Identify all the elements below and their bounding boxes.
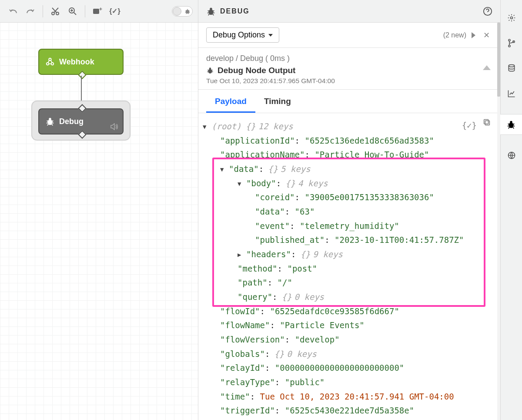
webhook-output-port[interactable] xyxy=(78,71,87,79)
chevron-down-icon xyxy=(268,34,273,37)
tree-row[interactable]: "applicationId": "6525c136ede1d8c656ad35… xyxy=(203,134,492,148)
svg-point-15 xyxy=(209,67,211,70)
tree-row[interactable]: "applicationName": "Particle How-To-Guid… xyxy=(203,148,492,162)
tree-row[interactable]: "data": "63" xyxy=(203,205,492,219)
svg-point-24 xyxy=(510,121,512,124)
tree-row[interactable]: "query":{}0 keys xyxy=(203,290,492,304)
debug-output-port[interactable] xyxy=(78,130,87,139)
node-edge[interactable] xyxy=(81,76,82,102)
globe-icon[interactable] xyxy=(507,151,516,160)
debug-node-label: Debug xyxy=(59,117,84,126)
debug-panel-title: DEBUG xyxy=(220,7,250,15)
svg-point-22 xyxy=(509,65,514,67)
payload-tree[interactable]: {✓} (root){}12 keys "applicationId": "65… xyxy=(198,113,500,420)
svg-rect-16 xyxy=(485,121,489,125)
close-icon[interactable]: ✕ xyxy=(481,28,492,43)
add-node-button[interactable]: + xyxy=(90,3,105,19)
wrap-icon[interactable]: {✓} xyxy=(462,118,477,133)
gear-icon[interactable] xyxy=(507,13,516,23)
svg-point-19 xyxy=(508,39,510,41)
tree-row[interactable]: "flowName": "Particle Events" xyxy=(203,318,492,333)
svg-point-18 xyxy=(510,17,512,19)
tree-row[interactable]: "triggerId": "6525c5430e221dee7d5a358e" xyxy=(203,403,492,418)
debug-panel: DEBUG Debug Options (2 new) ✕ develop / … xyxy=(198,0,500,420)
svg-text:+: + xyxy=(99,7,102,12)
tree-row[interactable]: "method": "post" xyxy=(203,262,492,276)
debug-node-selection[interactable]: Debug xyxy=(32,101,130,140)
webhook-node[interactable]: Webhook xyxy=(38,49,124,75)
debug-panel-header: DEBUG xyxy=(198,0,500,23)
database-icon[interactable] xyxy=(507,64,516,73)
bug-icon xyxy=(206,67,214,74)
help-icon[interactable] xyxy=(483,7,492,16)
tree-row[interactable]: "time": Tue Oct 10, 2023 20:41:57.941 GM… xyxy=(203,390,492,404)
chart-icon[interactable] xyxy=(507,89,516,98)
code-button[interactable]: {✓} xyxy=(107,3,123,19)
svg-point-5 xyxy=(186,10,190,13)
debug-rail-icon[interactable] xyxy=(500,114,522,135)
svg-point-20 xyxy=(508,45,510,47)
debug-timestamp: Tue Oct 10, 2023 20:41:57.965 GMT-04:00 xyxy=(206,77,492,85)
tree-row[interactable]: "coreid": "39005e001751353338363036" xyxy=(203,190,492,205)
svg-point-12 xyxy=(210,7,212,10)
debug-tabs: Payload Timing xyxy=(198,90,500,113)
new-count-label: (2 new) xyxy=(443,31,466,39)
canvas-toolbar: + {✓} xyxy=(0,0,198,23)
debug-options-label: Debug Options xyxy=(213,30,265,40)
scrollbar[interactable] xyxy=(497,23,500,420)
tree-row[interactable]: "relayId": "000000000000000000000000" xyxy=(203,361,492,375)
tree-row[interactable]: "flowId": "6525edafdc0ce93585f6d667" xyxy=(203,304,492,319)
collapse-icon[interactable] xyxy=(483,65,491,70)
svg-rect-3 xyxy=(93,9,99,14)
tab-timing[interactable]: Timing xyxy=(255,90,300,113)
bug-icon xyxy=(206,7,216,16)
tab-payload[interactable]: Payload xyxy=(206,90,255,113)
tree-row[interactable]: "body":{}4 keys xyxy=(203,176,492,191)
tree-row[interactable]: "flowVersion": "develop" xyxy=(203,333,492,347)
tree-row[interactable]: "path": "/" xyxy=(203,276,492,290)
debug-options-dropdown[interactable]: Debug Options xyxy=(206,27,279,43)
svg-point-7 xyxy=(51,63,54,65)
tree-row[interactable]: "event": "telemetry_humidity" xyxy=(203,219,492,233)
right-rail xyxy=(500,0,522,420)
debug-meta: develop / Debug ( 0ms ) Debug Node Outpu… xyxy=(198,48,500,90)
next-icon[interactable] xyxy=(472,32,475,38)
copy-icon[interactable] xyxy=(483,118,491,126)
workflow-canvas[interactable]: + {✓} Webhook Debug xyxy=(0,0,198,420)
redo-button[interactable] xyxy=(23,3,38,19)
svg-point-6 xyxy=(47,63,49,65)
debug-input-port[interactable] xyxy=(78,104,87,113)
zoom-button[interactable] xyxy=(65,3,80,19)
tree-row[interactable]: "headers":{}9 keys xyxy=(203,247,492,262)
svg-point-10 xyxy=(49,118,51,121)
tree-row[interactable]: (root){}12 keys xyxy=(203,119,492,134)
tree-row[interactable]: "globals":{}0 keys xyxy=(203,347,492,361)
tree-row[interactable]: "published_at": "2023-10-11T00:41:57.787… xyxy=(203,233,492,247)
svg-point-14 xyxy=(208,69,212,74)
node-output-label: Debug Node Output xyxy=(218,66,295,75)
debug-toggle[interactable] xyxy=(172,6,193,17)
undo-button[interactable] xyxy=(5,3,21,19)
svg-rect-17 xyxy=(484,120,489,124)
branch-icon[interactable] xyxy=(507,38,516,48)
cut-button[interactable] xyxy=(47,3,63,19)
tree-row[interactable]: "relayType": "public" xyxy=(203,375,492,390)
tree-row[interactable]: "data":{}5 keys xyxy=(203,162,492,176)
debug-node[interactable]: Debug xyxy=(38,108,124,134)
debug-options-row: Debug Options (2 new) ✕ xyxy=(198,23,500,48)
sound-icon xyxy=(110,123,118,130)
webhook-node-label: Webhook xyxy=(59,57,94,67)
breadcrumb: develop / Debug ( 0ms ) xyxy=(206,54,492,63)
